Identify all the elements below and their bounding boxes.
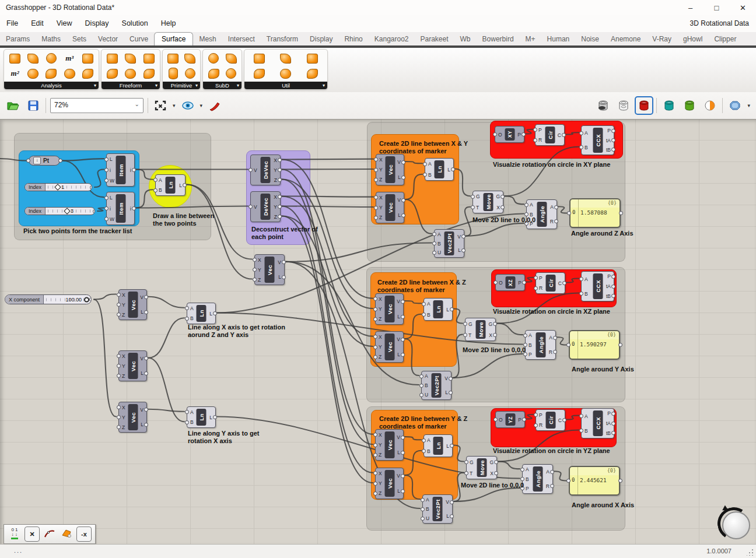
gumball-sliders-icon[interactable]: 0 1↓ ↓ bbox=[8, 527, 22, 541]
move-xz-output-pin-G[interactable] bbox=[493, 322, 497, 326]
xy-plane-output-pin-P[interactable] bbox=[522, 132, 526, 136]
pt-param-output-pin[interactable] bbox=[58, 159, 62, 163]
ln-tracker-input-pin-A[interactable] bbox=[153, 178, 158, 182]
index-slider-1-grip[interactable] bbox=[55, 184, 61, 190]
ln-x-axis-component[interactable]: LnABL bbox=[187, 303, 216, 324]
devec-2-output-pin-Z[interactable] bbox=[278, 215, 282, 219]
vec2pt-xz-input-pin-A[interactable] bbox=[419, 374, 424, 378]
vec-xy-b-input-pin-X[interactable] bbox=[374, 195, 378, 199]
document-preview-octagon-icon[interactable] bbox=[727, 97, 743, 114]
index-slider-2[interactable]: Index3 bbox=[24, 207, 95, 215]
vec-a-input-pin-X[interactable] bbox=[117, 293, 121, 297]
cir-xz-input-pin-P[interactable] bbox=[534, 276, 538, 280]
vec2pt-xy-component[interactable]: Vec2PtABUVL bbox=[434, 229, 464, 258]
move-xy-input-pin-G[interactable] bbox=[471, 195, 475, 199]
pt-param-input-pin[interactable] bbox=[26, 159, 30, 163]
vec-c-output-pin-L[interactable] bbox=[144, 423, 148, 427]
vec-xz-a-input-pin-Y[interactable] bbox=[373, 307, 377, 311]
unroll-box-icon[interactable] bbox=[304, 51, 320, 66]
yz-plane-output-pin-P[interactable] bbox=[522, 417, 526, 422]
angle-y-component[interactable]: AngleABPAR bbox=[525, 330, 556, 360]
vec-yz-a-output-pin-V[interactable] bbox=[401, 436, 405, 440]
vec-yz-b-output-pin-L[interactable] bbox=[401, 489, 405, 493]
angle-y-output-pin-A[interactable] bbox=[553, 336, 557, 340]
holes-blob-icon[interactable] bbox=[166, 51, 181, 66]
ln-xy-output-pin-L[interactable] bbox=[451, 167, 455, 171]
collide-arrows-icon[interactable] bbox=[252, 66, 267, 81]
move-xy-input-pin-T[interactable] bbox=[471, 205, 475, 209]
vec-yz-b-input-pin-Y[interactable] bbox=[373, 482, 377, 486]
vec-xz-b-output-pin-L[interactable] bbox=[401, 353, 405, 357]
gradient-wedge-icon[interactable] bbox=[80, 66, 95, 81]
menu-view[interactable]: View bbox=[50, 15, 79, 31]
m2-area-icon[interactable]: m² bbox=[8, 66, 23, 81]
vec-yz-a-output-pin-L[interactable] bbox=[401, 451, 405, 455]
preview-off-cylinder-icon[interactable] bbox=[595, 97, 611, 114]
index-slider-1[interactable]: Index1 bbox=[24, 183, 92, 191]
item-2-input-pin-i[interactable] bbox=[104, 206, 108, 210]
angle-y-input-pin-A[interactable] bbox=[523, 334, 527, 338]
item-2-input-pin-W[interactable] bbox=[104, 217, 108, 221]
x-component-slider-output-pin[interactable] bbox=[89, 297, 92, 301]
sketch-pen-icon[interactable] bbox=[206, 97, 223, 114]
vec-b-input-pin-Y[interactable] bbox=[117, 364, 121, 368]
preview-wireframe-cylinder-icon[interactable] bbox=[615, 97, 632, 114]
vec2pt-yz-component[interactable]: Vec2PtABUVL bbox=[422, 494, 453, 524]
ribbon-group-expand-icon[interactable]: ▾ bbox=[94, 82, 96, 89]
vec-c-input-pin-Y[interactable] bbox=[117, 415, 121, 419]
index-slider-2-track[interactable]: 3 bbox=[46, 208, 94, 215]
ribbon-group-expand-icon[interactable]: ▾ bbox=[323, 82, 325, 89]
vec2pt-yz-input-pin-B[interactable] bbox=[421, 507, 425, 511]
angle-z-input-pin-A[interactable] bbox=[524, 203, 528, 207]
vec-xy-a-component[interactable]: VecXYZVL bbox=[376, 154, 404, 185]
angle-x-output-pin-A[interactable] bbox=[550, 470, 554, 474]
custom-preview-teal-icon[interactable] bbox=[661, 97, 677, 114]
yz-plane-input-pin-O[interactable] bbox=[494, 417, 498, 422]
item-2-output-pin-i[interactable] bbox=[132, 206, 136, 210]
vec-a-input-pin-Y[interactable] bbox=[117, 303, 121, 307]
vec-b-component[interactable]: VecXYZVL bbox=[118, 350, 147, 381]
vec-free-input-pin-Z[interactable] bbox=[253, 278, 257, 282]
devec-2-output-pin-X[interactable] bbox=[278, 195, 282, 199]
vec-yz-a-input-pin-X[interactable] bbox=[373, 433, 377, 437]
menu-solution[interactable]: Solution bbox=[116, 15, 155, 31]
cir-xy-output-pin-C[interactable] bbox=[562, 133, 566, 137]
move-xz-output-pin-X[interactable] bbox=[493, 333, 497, 337]
cir-xz-input-pin-R[interactable] bbox=[534, 286, 538, 290]
grid-surface-icon[interactable] bbox=[123, 66, 138, 81]
vec2pt-xz-output-pin-V[interactable] bbox=[449, 377, 453, 381]
item-2-input-pin-L[interactable] bbox=[104, 196, 108, 200]
zoom-extents-dropdown-icon[interactable]: ▾ bbox=[173, 103, 176, 108]
vec2pt-yz-input-pin-U[interactable] bbox=[421, 517, 425, 521]
vec-yz-a-input-pin-Y[interactable] bbox=[373, 443, 377, 447]
vec-c-input-pin-Z[interactable] bbox=[117, 425, 121, 429]
angle-x-component[interactable]: AngleABPAR bbox=[522, 464, 553, 494]
devec-2-component[interactable]: DeVecVXYZ bbox=[250, 191, 281, 222]
vec-free-input-pin-Y[interactable] bbox=[253, 268, 257, 272]
index-slider-1-output-pin[interactable] bbox=[90, 185, 92, 189]
ccx-xy-output-pin-P[interactable] bbox=[611, 129, 615, 133]
ccx-xz-input-pin-A[interactable] bbox=[579, 277, 583, 281]
minimize-button[interactable]: – bbox=[677, 0, 704, 15]
devec-1-input-pin-V[interactable] bbox=[249, 168, 253, 172]
devec-1-output-pin-Z[interactable] bbox=[278, 178, 282, 182]
custom-preview-green-icon[interactable] bbox=[681, 97, 698, 114]
move-yz-output-pin-G[interactable] bbox=[494, 460, 498, 464]
vec-b-output-pin-L[interactable] bbox=[144, 371, 148, 375]
menu-display[interactable]: Display bbox=[79, 15, 116, 31]
extrude-pen-icon[interactable] bbox=[123, 51, 138, 66]
ccx-xz-component[interactable]: CCXABPtAtB bbox=[581, 271, 614, 301]
vec-xy-a-input-pin-Y[interactable] bbox=[374, 168, 378, 172]
loft-waves-icon[interactable] bbox=[141, 51, 156, 66]
xz-plane-output-pin-P[interactable] bbox=[522, 280, 526, 285]
zoom-extents-icon[interactable] bbox=[152, 97, 169, 114]
x-component-slider[interactable]: X component100.00 bbox=[5, 294, 92, 304]
tab-noise[interactable]: Noise bbox=[575, 33, 605, 45]
vec2pt-xy-input-pin-U[interactable] bbox=[432, 251, 436, 255]
subd-quarters-icon[interactable] bbox=[223, 51, 239, 66]
yz-plane-component[interactable]: YZOP bbox=[495, 411, 525, 428]
ln-xz-input-pin-B[interactable] bbox=[422, 313, 426, 317]
save-file-icon[interactable] bbox=[25, 97, 41, 114]
angle-x-output-pin-R[interactable] bbox=[550, 484, 554, 488]
vec-xy-a-input-pin-Z[interactable] bbox=[374, 178, 378, 182]
